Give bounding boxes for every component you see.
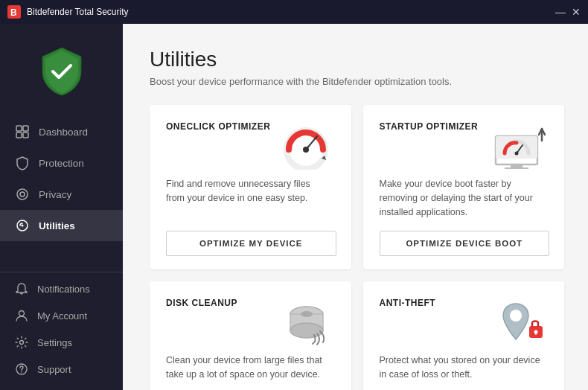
gauge-icon xyxy=(277,121,336,170)
card-oneclick-title: ONECLICK OPTIMIZER xyxy=(166,121,270,132)
svg-rect-5 xyxy=(23,132,28,138)
sidebar-item-dashboard-label: Dashboard xyxy=(39,127,88,138)
title-bar: B Bitdefender Total Security — ✕ xyxy=(0,0,588,24)
svg-point-16 xyxy=(303,147,309,153)
app-body: Dashboard Protection Pr xyxy=(0,24,588,390)
svg-rect-20 xyxy=(505,167,528,169)
protection-icon xyxy=(15,156,30,170)
account-icon xyxy=(15,309,28,322)
sidebar: Dashboard Protection Pr xyxy=(0,24,123,390)
sidebar-item-account-label: My Account xyxy=(37,310,87,322)
svg-point-10 xyxy=(19,311,25,316)
card-antitheft-title: ANTI-THEFT xyxy=(380,298,436,308)
monitor-upload-icon xyxy=(490,121,549,170)
svg-point-6 xyxy=(17,189,28,199)
optimize-device-button[interactable]: OPTIMIZE MY DEVICE xyxy=(166,231,336,256)
card-top: ANTI-THEFT xyxy=(380,298,550,346)
close-button[interactable]: ✕ xyxy=(572,7,581,17)
card-disk-desc: Clean your device from large files that … xyxy=(166,354,330,382)
svg-rect-4 xyxy=(16,132,22,138)
sidebar-item-protection-label: Protection xyxy=(39,158,84,169)
disk-icon xyxy=(277,298,336,346)
card-startup-desc: Make your device boot faster by removing… xyxy=(380,177,543,219)
support-icon xyxy=(15,362,28,376)
svg-rect-3 xyxy=(23,126,28,131)
privacy-icon xyxy=(15,187,30,202)
svg-rect-32 xyxy=(535,332,537,335)
sidebar-item-privacy-label: Privacy xyxy=(39,189,71,200)
utilities-icon xyxy=(15,218,30,233)
svg-point-9 xyxy=(22,225,24,227)
app-title: Bitdefender Total Security xyxy=(27,7,555,17)
page-subtitle: Boost your device performance with the B… xyxy=(150,76,564,87)
settings-icon xyxy=(15,336,28,349)
sidebar-item-settings-label: Settings xyxy=(37,337,72,348)
sidebar-item-protection[interactable]: Protection xyxy=(0,147,123,179)
card-startup-optimizer: STARTUP OPTIMIZER xyxy=(363,105,565,269)
location-lock-icon xyxy=(490,298,549,346)
card-disk-cleanup: DISK CLEANUP xyxy=(150,281,351,390)
svg-point-7 xyxy=(20,192,25,196)
app-logo-icon: B xyxy=(7,5,21,19)
card-top: STARTUP OPTIMIZER xyxy=(380,121,550,170)
svg-point-28 xyxy=(301,311,313,317)
card-oneclick-desc: Find and remove unnecessary files from y… xyxy=(166,177,330,219)
sidebar-item-privacy[interactable]: Privacy xyxy=(0,179,123,210)
svg-text:B: B xyxy=(10,7,17,18)
card-top: DISK CLEANUP xyxy=(166,298,336,346)
main-content: Utilities Boost your device performance … xyxy=(123,24,588,390)
svg-rect-2 xyxy=(16,126,22,131)
svg-point-11 xyxy=(20,341,24,345)
sidebar-item-support-label: Support xyxy=(37,364,71,375)
card-anti-theft: ANTI-THEFT Prot xyxy=(363,281,565,390)
sidebar-item-settings[interactable]: Settings xyxy=(0,329,123,356)
sidebar-item-notifications[interactable]: Notifications xyxy=(0,275,123,302)
sidebar-item-notifications-label: Notifications xyxy=(37,284,90,295)
card-oneclick-optimizer: ONECLICK OPTIMIZER xyxy=(150,105,351,269)
svg-point-29 xyxy=(510,310,522,322)
sidebar-item-account[interactable]: My Account xyxy=(0,302,123,329)
cards-grid: ONECLICK OPTIMIZER xyxy=(150,105,564,390)
minimize-button[interactable]: — xyxy=(555,7,566,17)
svg-rect-19 xyxy=(511,164,523,167)
card-top: ONECLICK OPTIMIZER xyxy=(166,121,336,170)
sidebar-bottom: Notifications My Account xyxy=(0,272,123,383)
sidebar-item-dashboard[interactable]: Dashboard xyxy=(0,116,123,147)
card-antitheft-desc: Protect what you stored on your device i… xyxy=(380,354,543,382)
optimize-boot-button[interactable]: OPTIMIZE DEVICE BOOT xyxy=(380,231,550,256)
sidebar-item-support[interactable]: Support xyxy=(0,356,123,383)
sidebar-item-utilities-label: Utilities xyxy=(39,220,75,231)
card-startup-title: STARTUP OPTIMIZER xyxy=(380,121,479,132)
logo-area xyxy=(0,24,123,116)
window-controls: — ✕ xyxy=(555,7,581,17)
svg-point-13 xyxy=(21,371,22,373)
card-disk-title: DISK CLEANUP xyxy=(166,298,237,308)
svg-point-22 xyxy=(515,152,519,156)
shield-logo-icon xyxy=(35,45,89,98)
sidebar-item-utilities[interactable]: Utilities xyxy=(0,210,123,241)
bell-icon xyxy=(15,282,28,295)
sidebar-nav: Dashboard Protection Pr xyxy=(0,116,123,266)
dashboard-icon xyxy=(15,124,30,139)
page-title: Utilities xyxy=(150,48,564,71)
